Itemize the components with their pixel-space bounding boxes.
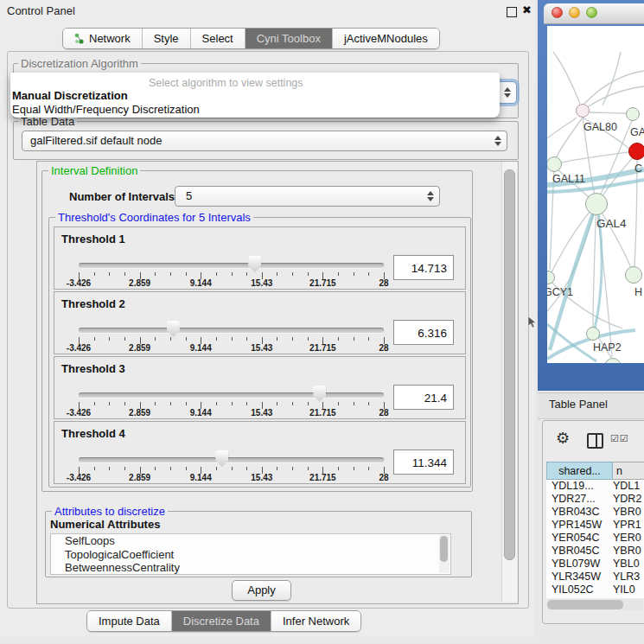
window-title: Control Panel <box>7 4 75 17</box>
attribute-items: SelfLoopsTopologicalCoefficientBetweenne… <box>51 534 450 575</box>
tick-label: 21.715 <box>296 408 348 418</box>
tick-mark <box>277 402 277 405</box>
network-node[interactable] <box>585 193 608 215</box>
tab-select[interactable]: Select <box>190 29 245 48</box>
panel-scrollbar-thumb[interactable] <box>504 169 515 560</box>
tab-network[interactable]: Network <box>63 29 142 48</box>
minimize-traffic-light-icon[interactable] <box>569 7 580 18</box>
tick-mark <box>186 402 187 405</box>
numerical-attributes-label: Numerical Attributes <box>50 518 160 531</box>
tick-mark <box>94 337 95 341</box>
tick-mark <box>232 467 233 470</box>
table-cell: YBR0 <box>613 545 644 558</box>
close-traffic-light-icon[interactable] <box>552 7 563 18</box>
algorithm-option[interactable]: Manual Discretization <box>12 89 128 102</box>
tick-mark <box>232 402 233 405</box>
numerical-attributes-list[interactable]: SelfLoopsTopologicalCoefficientBetweenne… <box>50 533 451 575</box>
column-checkboxes-icon[interactable]: ☑☑ <box>610 433 629 444</box>
slider-track[interactable] <box>79 328 384 333</box>
table-cell: YIL052C <box>546 583 613 596</box>
node-table[interactable]: YDL19...YDL1YDR27...YDR2YBR043CYBR0YPR14… <box>546 480 644 598</box>
tick-mark <box>155 402 156 405</box>
network-node-label: H <box>634 286 642 298</box>
network-window-titlebar[interactable] <box>544 3 644 24</box>
table-row[interactable]: YIL052CYIL0 <box>546 583 644 596</box>
tab-label: Style <box>154 29 179 48</box>
threshold-row: Threshold 1-3.4262.8599.14415.4321.71528… <box>54 226 466 290</box>
table-data-combo[interactable]: galFiltered.sif default node <box>22 131 507 151</box>
tab-label: Infer Network <box>283 611 349 631</box>
table-row[interactable]: YER054CYER0 <box>546 532 644 545</box>
table-cell: YBR0 <box>613 506 644 519</box>
attribute-list-item[interactable]: BetweennessCentrality <box>51 561 450 575</box>
tick-mark <box>109 402 110 405</box>
tick-mark <box>338 467 339 470</box>
table-cell: YPR145W <box>546 519 613 532</box>
network-node[interactable] <box>626 107 640 121</box>
threshold-value-field[interactable]: 14.713 <box>393 255 454 280</box>
table-column-header[interactable]: shared... <box>546 462 613 480</box>
tick-mark <box>354 467 354 470</box>
network-node[interactable] <box>586 327 600 341</box>
attributes-list-scrollbar[interactable] <box>439 535 450 573</box>
tick-mark <box>308 467 309 470</box>
tab-style[interactable]: Style <box>142 29 190 48</box>
table-cell: YPR1 <box>613 519 644 532</box>
close-icon[interactable]: ✖ <box>522 3 532 16</box>
tick-mark <box>277 467 277 470</box>
tick-label: -3.426 <box>53 278 105 288</box>
tick-label: 15.43 <box>236 473 288 482</box>
table-row[interactable]: YBR043CYBR0 <box>546 506 644 519</box>
algorithm-option[interactable]: Equal Width/Frequency Discretization <box>12 103 200 116</box>
table-row[interactable]: YDL19...YDL1 <box>546 480 644 493</box>
tab-infer-network[interactable]: Infer Network <box>271 611 360 631</box>
threshold-value-field[interactable]: 6.316 <box>393 320 454 345</box>
table-row[interactable]: YBL079WYBL0 <box>546 558 644 571</box>
attribute-list-item[interactable]: SelfLoops <box>51 534 450 548</box>
table-row[interactable]: YDR27...YDR2 <box>546 493 644 506</box>
slider-thumb[interactable] <box>248 256 261 272</box>
network-node[interactable] <box>625 266 642 284</box>
attributes-group-title: Attributes to discretize <box>52 505 168 518</box>
slider-track[interactable] <box>79 392 384 398</box>
tick-mark <box>338 402 339 405</box>
table-cell: YDL1 <box>613 480 644 493</box>
zoom-traffic-light-icon[interactable] <box>586 7 597 18</box>
attribute-list-item[interactable]: TopologicalCoefficient <box>51 548 450 562</box>
network-node[interactable] <box>628 143 644 160</box>
tick-mark <box>216 272 217 276</box>
tab-discretize-data[interactable]: Discretize Data <box>171 611 271 631</box>
tick-mark <box>155 337 156 341</box>
network-node-label: HAP2 <box>593 341 622 354</box>
network-node[interactable] <box>576 104 590 118</box>
table-scrollbar-thumb[interactable] <box>547 600 623 609</box>
table-row[interactable]: YBR045CYBR0 <box>546 545 644 558</box>
tab-impute-data[interactable]: Impute Data <box>87 611 171 631</box>
table-row[interactable]: YPR145WYPR1 <box>546 519 644 532</box>
network-canvas[interactable]: GAL80GACGAL11GAL4GCY1HHAP2 <box>547 26 644 363</box>
float-window-icon[interactable] <box>507 7 517 17</box>
threshold-value-field[interactable]: 11.344 <box>393 450 454 475</box>
algorithm-dropdown-popup: Select algorithm to view settings Manual… <box>10 73 500 118</box>
tab-cyni-toolbox[interactable]: Cyni Toolbox <box>245 29 332 48</box>
network-node-label: GCY1 <box>547 286 573 298</box>
table-cell: YER0 <box>613 532 644 545</box>
settings-gear-icon[interactable]: ⚙ <box>556 429 570 448</box>
slider-thumb[interactable] <box>313 386 326 402</box>
apply-button[interactable]: Apply <box>232 580 291 601</box>
slider-track[interactable] <box>79 263 384 268</box>
number-of-intervals-combo[interactable]: 5 <box>175 186 440 207</box>
column-layout-icon[interactable] <box>587 433 603 449</box>
tick-label: 21.715 <box>296 278 348 288</box>
table-column-header[interactable]: n <box>613 462 644 480</box>
table-cell: YDR2 <box>613 493 644 506</box>
tick-mark <box>232 272 233 276</box>
threshold-value-field[interactable]: 21.4 <box>393 385 454 410</box>
slider-track[interactable] <box>79 457 384 462</box>
tab-jactivemnodules[interactable]: jActiveMNodules <box>332 29 439 48</box>
slider-thumb[interactable] <box>167 321 180 337</box>
table-row[interactable]: YLR345WYLR3 <box>546 571 644 583</box>
slider-thumb[interactable] <box>215 450 228 467</box>
scrollbar-thumb[interactable] <box>440 536 448 562</box>
tab-label: Network <box>89 29 131 48</box>
